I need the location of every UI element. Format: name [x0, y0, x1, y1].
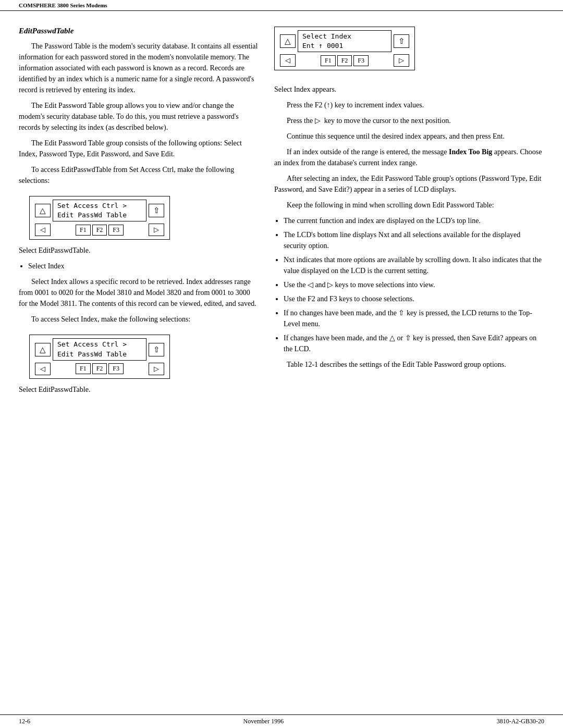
lcd1-f3-button[interactable]: F3 [108, 225, 124, 236]
right-para-3: Press the ▷ key to move the cursor to th… [274, 115, 544, 126]
lcd2-down-button[interactable]: ⇧ [149, 343, 164, 356]
right-para-5: If an index outside of the range is ente… [274, 146, 544, 168]
page: COMSPHERE 3800 Series Modems EditPasswdT… [0, 0, 563, 728]
section-title: EditPasswdTable [19, 27, 259, 35]
lcd2-f3-button[interactable]: F3 [108, 363, 124, 374]
bullet-item-3: Use the ◁ and ▷ keys to move selections … [284, 279, 544, 290]
lcd1-down-button[interactable]: ⇧ [149, 204, 164, 217]
lcd1-f2-button[interactable]: F2 [92, 225, 107, 236]
lcd1-display: Set Access Ctrl > Edit PassWd Table [53, 200, 146, 221]
footer-center: November 1996 [243, 718, 284, 725]
footer: 12-6 November 1996 3810-A2-GB30-20 [0, 714, 563, 728]
lcd2-left-button[interactable]: ◁ [35, 363, 51, 375]
content-area: EditPasswdTable The Password Table is th… [0, 11, 563, 714]
lcd1-right-button[interactable]: ▷ [149, 224, 164, 236]
si-lcd-down-button[interactable]: ⇧ [394, 34, 409, 48]
si-lcd-up-button[interactable]: △ [280, 34, 296, 48]
lcd1-f1-button[interactable]: F1 [76, 225, 91, 236]
left-para-1: The Password Table is the modem's securi… [19, 41, 259, 95]
left-para-4: To access EditPasswdTable from Set Acces… [19, 164, 259, 186]
si-lcd-f1-button[interactable]: F1 [321, 55, 336, 66]
lcd2-line1: Set Access Ctrl > [57, 340, 142, 349]
bullet-item-0: The current function and index are displ… [284, 215, 544, 226]
right-para-final: Table 12-1 describes the settings of the… [274, 359, 544, 370]
footer-right: 3810-A2-GB30-20 [497, 718, 544, 725]
lcd2-display: Set Access Ctrl > Edit PassWd Table [53, 338, 146, 360]
left-para-3: The Edit Password Table group consists o… [19, 138, 259, 159]
right-para-4: Continue this sequence until the desired… [274, 131, 544, 142]
right-para-2: Press the F2 (↑) key to increment index … [274, 100, 544, 110]
bullet-list-1: Select Index [28, 261, 259, 272]
lcd2-right-button[interactable]: ▷ [149, 363, 164, 375]
si-lcd-right-button[interactable]: ▷ [394, 54, 409, 67]
right-para-7: Keep the following in mind when scrollin… [274, 200, 544, 211]
bullet-item-2: Nxt indicates that more options are avai… [284, 254, 544, 276]
lcd1-up-button[interactable]: △ [35, 204, 51, 217]
lcd-box-2: △ Set Access Ctrl > Edit PassWd Table ⇧ … [19, 329, 259, 384]
bullet-item-1: The LCD's bottom line displays Nxt and a… [284, 229, 544, 251]
si-lcd-line2: Ent ↑ 0001 [302, 41, 387, 51]
lcd1-line2: Edit PassWd Table [57, 211, 142, 220]
para-to-access: To access Select Index, make the followi… [19, 314, 259, 325]
right-para-6: After selecting an index, the Edit Passw… [274, 173, 544, 195]
si-lcd-display: Select Index Ent ↑ 0001 [298, 30, 391, 52]
si-lcd-f2-button[interactable]: F2 [337, 55, 352, 66]
para-select-index: Select Index allows a specific record to… [19, 276, 259, 309]
right-para-1: Select Index appears. [274, 84, 544, 95]
select-index-lcd-container: △ Select Index Ent ↑ 0001 ⇧ ◁ F1 F2 F3 [274, 27, 544, 76]
lcd1-left-button[interactable]: ◁ [35, 224, 51, 236]
bullet-item-5: If no changes have been made, and the ⇧ … [284, 307, 544, 329]
left-column: EditPasswdTable The Password Table is th… [19, 27, 259, 714]
bullet-item-6: If changes have been made, and the △ or … [284, 332, 544, 354]
lcd2-f2-button[interactable]: F2 [92, 363, 107, 374]
after-lcd2: Select EditPasswdTable. [19, 384, 259, 395]
lcd2-up-button[interactable]: △ [35, 343, 51, 356]
right-column: △ Select Index Ent ↑ 0001 ⇧ ◁ F1 F2 F3 [274, 27, 544, 714]
lcd1-line1: Set Access Ctrl > [57, 201, 142, 211]
top-bar: COMSPHERE 3800 Series Modems [0, 0, 563, 11]
bullet-1-select-index: Select Index [28, 261, 259, 272]
lcd-box-1: △ Set Access Ctrl > Edit PassWd Table ⇧ … [19, 191, 259, 245]
lcd2-f1-button[interactable]: F1 [76, 363, 91, 374]
footer-left: 12-6 [19, 718, 30, 725]
si-lcd-line1: Select Index [302, 32, 387, 41]
top-bar-label: COMSPHERE 3800 Series Modems [19, 2, 107, 8]
right-bullet-list: The current function and index are displ… [284, 215, 544, 354]
after-lcd1: Select EditPasswdTable. [19, 245, 259, 256]
si-lcd-f3-button[interactable]: F3 [353, 55, 369, 66]
bullet-item-4: Use the F2 and F3 keys to choose selecti… [284, 293, 544, 304]
lcd2-line2: Edit PassWd Table [57, 350, 142, 359]
si-lcd-left-button[interactable]: ◁ [280, 54, 296, 67]
left-para-2: The Edit Password Table group allows you… [19, 100, 259, 133]
